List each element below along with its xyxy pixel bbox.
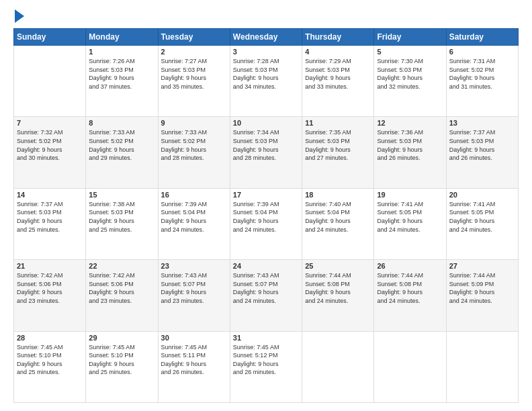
logo [13, 11, 24, 23]
calendar-cell: 13Sunrise: 7:37 AM Sunset: 5:03 PM Dayli… [446, 117, 518, 188]
calendar-cell: 3Sunrise: 7:28 AM Sunset: 5:03 PM Daylig… [230, 46, 302, 117]
logo-arrow-icon [15, 9, 24, 23]
page: SundayMondayTuesdayWednesdayThursdayFrid… [0, 0, 532, 411]
calendar-cell [14, 46, 86, 117]
day-number: 6 [449, 48, 515, 56]
calendar-cell: 5Sunrise: 7:30 AM Sunset: 5:03 PM Daylig… [374, 46, 446, 117]
calendar-cell: 30Sunrise: 7:45 AM Sunset: 5:11 PM Dayli… [158, 331, 230, 402]
day-info: Sunrise: 7:45 AM Sunset: 5:12 PM Dayligh… [233, 343, 299, 377]
day-info: Sunrise: 7:45 AM Sunset: 5:10 PM Dayligh… [89, 343, 154, 377]
day-number: 11 [305, 119, 371, 127]
calendar-cell: 21Sunrise: 7:42 AM Sunset: 5:06 PM Dayli… [14, 260, 86, 331]
calendar-cell: 14Sunrise: 7:37 AM Sunset: 5:03 PM Dayli… [14, 188, 86, 259]
calendar-week-row: 7Sunrise: 7:32 AM Sunset: 5:02 PM Daylig… [14, 117, 519, 188]
calendar-cell: 19Sunrise: 7:41 AM Sunset: 5:05 PM Dayli… [374, 188, 446, 259]
calendar-week-row: 28Sunrise: 7:45 AM Sunset: 5:10 PM Dayli… [14, 331, 519, 402]
day-info: Sunrise: 7:45 AM Sunset: 5:10 PM Dayligh… [17, 343, 83, 377]
day-info: Sunrise: 7:39 AM Sunset: 5:04 PM Dayligh… [233, 200, 299, 234]
calendar-cell: 29Sunrise: 7:45 AM Sunset: 5:10 PM Dayli… [86, 331, 158, 402]
calendar-week-row: 1Sunrise: 7:26 AM Sunset: 5:03 PM Daylig… [14, 46, 519, 117]
day-info: Sunrise: 7:42 AM Sunset: 5:06 PM Dayligh… [17, 271, 83, 305]
day-number: 3 [233, 48, 299, 56]
day-number: 17 [233, 191, 299, 199]
calendar-cell: 24Sunrise: 7:43 AM Sunset: 5:07 PM Dayli… [230, 260, 302, 331]
day-number: 31 [233, 334, 299, 342]
day-info: Sunrise: 7:43 AM Sunset: 5:07 PM Dayligh… [161, 271, 227, 305]
calendar-cell: 28Sunrise: 7:45 AM Sunset: 5:10 PM Dayli… [14, 331, 86, 402]
calendar-cell: 15Sunrise: 7:38 AM Sunset: 5:03 PM Dayli… [86, 188, 158, 259]
day-info: Sunrise: 7:41 AM Sunset: 5:05 PM Dayligh… [449, 200, 515, 234]
calendar-cell: 18Sunrise: 7:40 AM Sunset: 5:04 PM Dayli… [302, 188, 374, 259]
calendar-cell: 17Sunrise: 7:39 AM Sunset: 5:04 PM Dayli… [230, 188, 302, 259]
calendar-cell: 11Sunrise: 7:35 AM Sunset: 5:03 PM Dayli… [302, 117, 374, 188]
day-number: 28 [17, 334, 83, 342]
day-info: Sunrise: 7:27 AM Sunset: 5:03 PM Dayligh… [161, 57, 227, 91]
day-info: Sunrise: 7:29 AM Sunset: 5:03 PM Dayligh… [305, 57, 371, 91]
day-info: Sunrise: 7:30 AM Sunset: 5:03 PM Dayligh… [377, 57, 443, 91]
day-info: Sunrise: 7:44 AM Sunset: 5:08 PM Dayligh… [377, 271, 443, 305]
weekday-header: Friday [374, 29, 446, 46]
calendar-cell: 4Sunrise: 7:29 AM Sunset: 5:03 PM Daylig… [302, 46, 374, 117]
calendar-cell: 27Sunrise: 7:44 AM Sunset: 5:09 PM Dayli… [446, 260, 518, 331]
calendar-table: SundayMondayTuesdayWednesdayThursdayFrid… [13, 28, 519, 403]
calendar-header-row: SundayMondayTuesdayWednesdayThursdayFrid… [14, 29, 519, 46]
day-number: 30 [161, 334, 227, 342]
calendar-cell: 1Sunrise: 7:26 AM Sunset: 5:03 PM Daylig… [86, 46, 158, 117]
day-number: 5 [377, 48, 443, 56]
weekday-header: Wednesday [230, 29, 302, 46]
weekday-header: Thursday [302, 29, 374, 46]
day-info: Sunrise: 7:44 AM Sunset: 5:09 PM Dayligh… [449, 271, 515, 305]
calendar-cell: 25Sunrise: 7:44 AM Sunset: 5:08 PM Dayli… [302, 260, 374, 331]
calendar-cell: 20Sunrise: 7:41 AM Sunset: 5:05 PM Dayli… [446, 188, 518, 259]
calendar-cell: 10Sunrise: 7:34 AM Sunset: 5:03 PM Dayli… [230, 117, 302, 188]
day-number: 15 [89, 191, 154, 199]
day-number: 8 [89, 119, 154, 127]
day-info: Sunrise: 7:33 AM Sunset: 5:02 PM Dayligh… [161, 128, 227, 162]
day-number: 29 [89, 334, 154, 342]
calendar-cell [446, 331, 518, 402]
day-info: Sunrise: 7:28 AM Sunset: 5:03 PM Dayligh… [233, 57, 299, 91]
day-number: 1 [89, 48, 154, 56]
day-number: 12 [377, 119, 443, 127]
day-number: 24 [233, 262, 299, 270]
day-info: Sunrise: 7:43 AM Sunset: 5:07 PM Dayligh… [233, 271, 299, 305]
day-number: 16 [161, 191, 227, 199]
calendar-cell: 9Sunrise: 7:33 AM Sunset: 5:02 PM Daylig… [158, 117, 230, 188]
day-info: Sunrise: 7:26 AM Sunset: 5:03 PM Dayligh… [89, 57, 154, 91]
header [13, 11, 519, 23]
day-number: 4 [305, 48, 371, 56]
day-info: Sunrise: 7:35 AM Sunset: 5:03 PM Dayligh… [305, 128, 371, 162]
day-info: Sunrise: 7:39 AM Sunset: 5:04 PM Dayligh… [161, 200, 227, 234]
day-number: 13 [449, 119, 515, 127]
day-info: Sunrise: 7:41 AM Sunset: 5:05 PM Dayligh… [377, 200, 443, 234]
day-number: 25 [305, 262, 371, 270]
calendar-cell: 26Sunrise: 7:44 AM Sunset: 5:08 PM Dayli… [374, 260, 446, 331]
day-number: 14 [17, 191, 83, 199]
day-info: Sunrise: 7:37 AM Sunset: 5:03 PM Dayligh… [449, 128, 515, 162]
calendar-cell: 22Sunrise: 7:42 AM Sunset: 5:06 PM Dayli… [86, 260, 158, 331]
day-info: Sunrise: 7:32 AM Sunset: 5:02 PM Dayligh… [17, 128, 83, 162]
calendar-cell [374, 331, 446, 402]
calendar-cell: 8Sunrise: 7:33 AM Sunset: 5:02 PM Daylig… [86, 117, 158, 188]
day-number: 7 [17, 119, 83, 127]
calendar-cell: 12Sunrise: 7:36 AM Sunset: 5:03 PM Dayli… [374, 117, 446, 188]
calendar-cell [302, 331, 374, 402]
day-info: Sunrise: 7:45 AM Sunset: 5:11 PM Dayligh… [161, 343, 227, 377]
weekday-header: Monday [86, 29, 158, 46]
calendar-cell: 2Sunrise: 7:27 AM Sunset: 5:03 PM Daylig… [158, 46, 230, 117]
day-info: Sunrise: 7:36 AM Sunset: 5:03 PM Dayligh… [377, 128, 443, 162]
weekday-header: Tuesday [158, 29, 230, 46]
day-info: Sunrise: 7:34 AM Sunset: 5:03 PM Dayligh… [233, 128, 299, 162]
calendar-cell: 7Sunrise: 7:32 AM Sunset: 5:02 PM Daylig… [14, 117, 86, 188]
day-number: 10 [233, 119, 299, 127]
calendar-week-row: 21Sunrise: 7:42 AM Sunset: 5:06 PM Dayli… [14, 260, 519, 331]
day-number: 23 [161, 262, 227, 270]
day-info: Sunrise: 7:31 AM Sunset: 5:02 PM Dayligh… [449, 57, 515, 91]
day-info: Sunrise: 7:44 AM Sunset: 5:08 PM Dayligh… [305, 271, 371, 305]
day-info: Sunrise: 7:40 AM Sunset: 5:04 PM Dayligh… [305, 200, 371, 234]
day-info: Sunrise: 7:42 AM Sunset: 5:06 PM Dayligh… [89, 271, 154, 305]
day-number: 21 [17, 262, 83, 270]
day-number: 9 [161, 119, 227, 127]
day-number: 26 [377, 262, 443, 270]
day-number: 18 [305, 191, 371, 199]
